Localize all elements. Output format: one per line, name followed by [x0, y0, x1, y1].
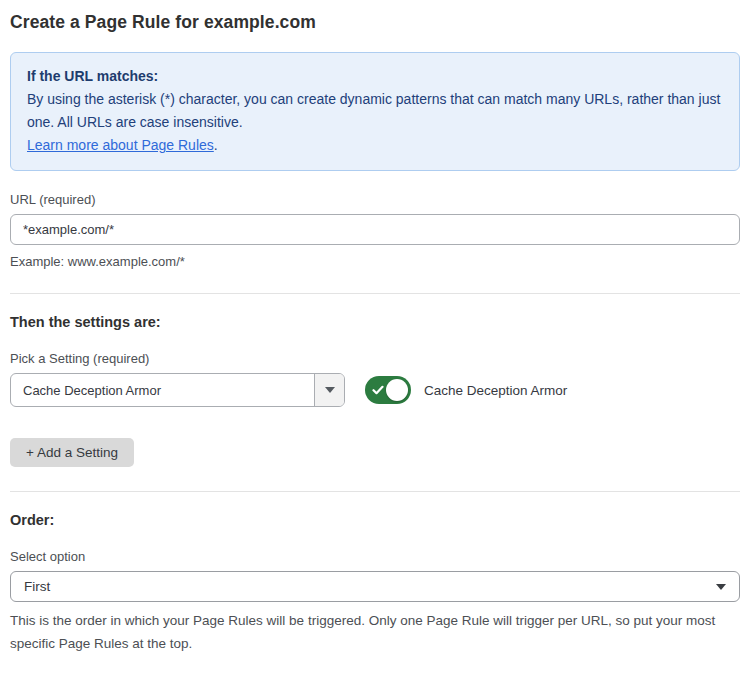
url-example-helper: Example: www.example.com/* — [10, 254, 740, 269]
settings-section-heading: Then the settings are: — [10, 314, 740, 330]
toggle-label: Cache Deception Armor — [424, 383, 567, 398]
chevron-down-icon — [325, 387, 335, 393]
pick-setting-label: Pick a Setting (required) — [10, 351, 740, 366]
add-setting-button[interactable]: + Add a Setting — [10, 438, 134, 467]
info-box-link-line: Learn more about Page Rules. — [27, 134, 723, 157]
link-suffix: . — [214, 137, 218, 153]
url-field-label: URL (required) — [10, 192, 740, 207]
info-box-heading: If the URL matches: — [27, 65, 723, 88]
order-section-heading: Order: — [10, 512, 740, 528]
toggle-knob — [386, 379, 408, 401]
url-input[interactable] — [10, 214, 740, 245]
order-helper-text: This is the order in which your Page Rul… — [10, 609, 740, 655]
setting-select-arrow-button[interactable] — [314, 374, 344, 406]
setting-select-value: Cache Deception Armor — [11, 374, 314, 406]
chevron-down-icon — [716, 584, 726, 590]
order-select-value: First — [24, 579, 716, 594]
page-title: Create a Page Rule for example.com — [10, 12, 740, 33]
url-matches-info-box: If the URL matches: By using the asteris… — [10, 52, 740, 171]
info-box-body: By using the asterisk (*) character, you… — [27, 88, 723, 134]
divider — [10, 293, 740, 294]
order-select[interactable]: First — [10, 571, 740, 602]
setting-row: Cache Deception Armor Cache Deception Ar… — [10, 373, 740, 407]
setting-select[interactable]: Cache Deception Armor — [10, 373, 345, 407]
cache-deception-armor-toggle[interactable] — [365, 376, 411, 404]
check-icon — [372, 384, 384, 396]
learn-more-link[interactable]: Learn more about Page Rules — [27, 137, 214, 153]
divider — [10, 491, 740, 492]
order-select-label: Select option — [10, 549, 740, 564]
